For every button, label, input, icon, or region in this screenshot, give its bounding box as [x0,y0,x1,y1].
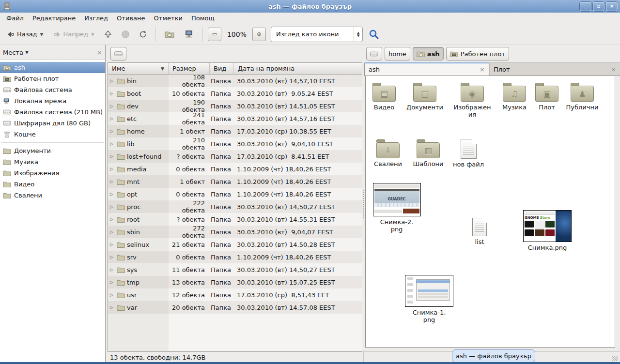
sidebar-item-Работен плот[interactable]: Работен плот [0,73,105,84]
menu-Редактиране[interactable]: Редактиране [28,13,80,23]
sidebar-item-Файлова система[interactable]: Файлова система [0,84,105,95]
table-row-media[interactable]: ▷media0 обектаПапка1.10.2009 (чт) 18,40,… [108,163,362,175]
table-row-proc[interactable]: ▷proc222 обектаПапка30.03.2010 (вт) 14,5… [108,200,362,213]
titlebar[interactable]: ash — файлов браузър _ ▫ × [0,0,620,13]
sidebar-item-Шифриран дял (80 GB)[interactable]: Шифриран дял (80 GB) [0,118,105,129]
expander-icon[interactable]: ▷ [110,229,115,234]
expander-icon[interactable]: ▷ [110,255,115,259]
column-header-Вид[interactable]: Вид [210,63,234,75]
table-row-boot[interactable]: ▷boot10 обектаПапка30.03.2010 (вт) 9,05,… [108,87,362,100]
home-button[interactable] [161,26,178,43]
resize-grip[interactable] [612,356,618,361]
expander-icon[interactable]: ▷ [110,91,115,96]
sidebar-item-Локална мрежа[interactable]: Локална мрежа [0,95,105,106]
file-item-Плот[interactable]: ▣Плот [527,81,566,111]
path-button-root[interactable] [366,47,382,61]
file-item-Свалени[interactable]: ⇩Свалени [368,138,408,167]
file-item-Документи[interactable]: □Документи [403,81,446,111]
path-button-ash[interactable]: ash [413,47,444,61]
sidebar-item-ash[interactable]: ash [0,62,105,73]
sidebar-item-Видео[interactable]: Видео [0,179,105,190]
path-button-home[interactable]: home [385,47,410,61]
expander-icon[interactable]: ▷ [110,179,115,184]
table-row-home[interactable]: ▷home1 обектПапка17.03.2010 (ср) 10,38,5… [108,125,362,137]
file-item-Публични[interactable]: ♟Публични [561,81,604,111]
expander-icon[interactable]: ▷ [110,242,115,247]
list-empty-area[interactable] [108,314,362,351]
sidebar-item-Изображения[interactable]: Изображения [0,167,105,179]
expander-icon[interactable]: ▷ [110,129,115,134]
table-row-dev[interactable]: ▷dev190 обектаПапка30.03.2010 (вт) 14,51… [108,100,362,112]
table-row-bin[interactable]: ▷bin108 обектаПапка30.03.2010 (вт) 14,57… [108,75,362,87]
expander-icon[interactable]: ▷ [110,116,115,121]
menu-Изглед[interactable]: Изглед [80,13,112,23]
table-row-mnt[interactable]: ▷mnt1 обектПапка1.10.2009 (чт) 18,40,26 … [108,175,362,188]
stop-button[interactable] [118,26,133,43]
close-tab-icon[interactable]: × [611,66,616,73]
table-row-lost+found[interactable]: ▷lost+found? обектаПапка17.03.2010 (ср) … [108,150,362,163]
expander-icon[interactable]: ▷ [110,78,115,83]
column-header-Размер[interactable]: Размер [169,63,210,75]
zoom-in-button[interactable]: ⊕ [252,28,266,41]
sidebar-item-Кошче[interactable]: Кошче [0,129,105,140]
file-item-Шаблони[interactable]: ▥Шаблони [408,138,449,167]
expander-icon[interactable]: ▷ [110,192,115,197]
computer-button[interactable] [180,26,198,43]
table-row-tmp[interactable]: ▷tmp13 обектаПапка30.03.2010 (вт) 15,07,… [108,276,362,288]
expander-icon[interactable]: ▷ [110,141,115,146]
places-title[interactable]: Места [3,49,23,56]
file-item-Видео[interactable]: ▤Видео [364,81,404,111]
tab-Плот[interactable]: Плот× [489,62,620,76]
table-row-sys[interactable]: ▷sys11 обектаПапка30.03.2010 (вт) 14,50,… [108,263,362,276]
table-row-etc[interactable]: ▷etc241 обектаПапка30.03.2010 (вт) 14,57… [108,112,362,125]
menu-Помощ[interactable]: Помощ [187,13,219,23]
menu-Отметки[interactable]: Отметки [149,13,186,23]
table-row-sbin[interactable]: ▷sbin272 обектаПапка30.03.2010 (вт) 9,04… [108,226,362,238]
back-button[interactable]: Назад▼ [3,26,47,43]
search-button[interactable] [365,26,383,43]
close-sidebar-icon[interactable]: × [97,49,102,56]
sidebar-item-Документи[interactable]: Документи [0,145,105,156]
file-item-Изображения[interactable]: ◉Изображен ия [450,81,494,118]
menu-Отиване[interactable]: Отиване [112,13,149,23]
column-header-Дата на промяна[interactable]: Дата на промяна [234,63,362,75]
up-button[interactable] [100,26,116,43]
table-row-usr[interactable]: ▷usr12 обектаПапка17.03.2010 (ср) 8,51,4… [108,288,362,301]
expander-icon[interactable]: ▷ [110,267,115,272]
expander-icon[interactable]: ▷ [110,104,115,108]
sidebar-item-Файлова система (210 MB)[interactable]: Файлова система (210 MB) [0,106,105,118]
expander-icon[interactable]: ▷ [110,305,115,310]
close-button[interactable]: × [606,2,618,11]
table-row-srv[interactable]: ▷srv0 обектаПапка1.10.2009 (чт) 18,40,26… [108,251,362,263]
expander-icon[interactable]: ▷ [110,292,115,297]
sidebar-item-Музика[interactable]: Музика [0,156,105,167]
file-item-list[interactable]: list [459,218,500,245]
file-item-нов файл[interactable]: нов файл [448,139,489,168]
column-header-Име[interactable]: Име▼ [108,63,169,75]
close-tab-icon[interactable]: × [480,66,485,73]
table-row-lib[interactable]: ▷lib210 обектаПапка30.03.2010 (вт) 9,04,… [108,137,362,150]
menu-Файл[interactable]: Файл [2,13,28,23]
reload-button[interactable] [135,26,151,43]
minimize-button[interactable]: _ [580,2,591,11]
expander-icon[interactable]: ▷ [110,167,115,171]
file-item-Снимка.png[interactable]: GNOME StoreСнимка.png [523,210,572,251]
maximize-button[interactable]: ▫ [593,2,604,11]
zoom-out-button[interactable]: ▭ [208,28,221,41]
expander-icon[interactable]: ▷ [110,280,115,285]
taskbar-window-button[interactable]: ash — файлов браузър [452,349,535,363]
expander-icon[interactable]: ▷ [110,154,115,159]
file-item-Снимка-2.png[interactable]: GUADECСнимка-2. png [372,183,421,233]
path-button-Работен плот[interactable]: Работен плот [446,47,509,61]
tab-ash[interactable]: ash× [364,62,489,76]
expander-icon[interactable]: ▷ [110,204,115,209]
table-row-opt[interactable]: ▷opt0 обектаПапка1.10.2009 (чт) 18,40,26… [108,188,362,200]
file-item-Снимка-1.png[interactable]: Снимка-1. png [405,275,453,323]
sidebar-item-Свалени[interactable]: Свалени [0,190,105,201]
table-row-root[interactable]: ▷root? обектаПапка30.03.2010 (вт) 14,55,… [108,213,362,226]
expander-icon[interactable]: ▷ [110,217,115,222]
root-path-button[interactable] [110,47,126,61]
forward-button[interactable]: Напред▼ [49,26,98,43]
view-mode-select[interactable]: Изглед като икони ▲▼ [271,27,363,42]
table-row-selinux[interactable]: ▷selinux21 обектаПапка30.03.2010 (вт) 14… [108,238,362,251]
